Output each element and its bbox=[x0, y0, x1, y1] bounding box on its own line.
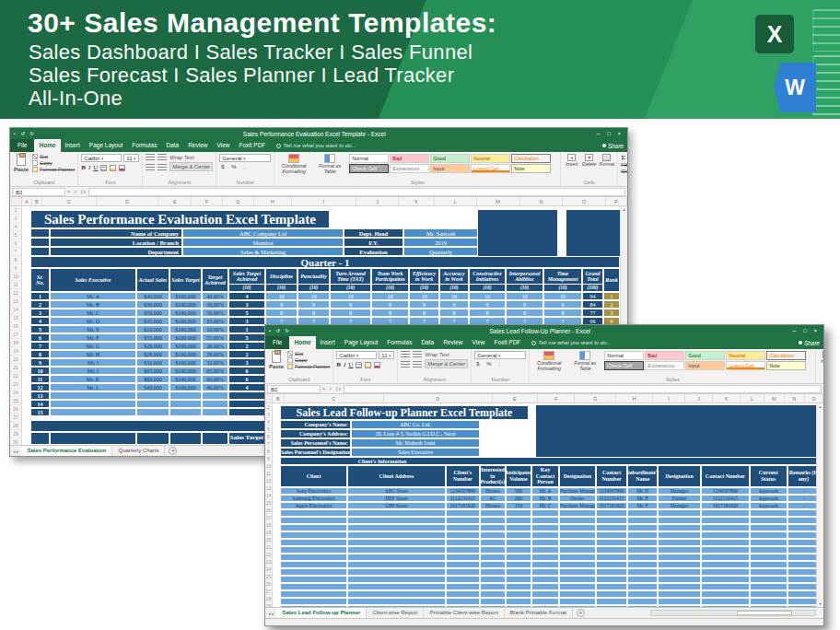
cell[interactable]: 4 bbox=[228, 383, 265, 391]
cell[interactable]: 8 bbox=[439, 309, 469, 317]
cell[interactable] bbox=[596, 568, 628, 576]
cell[interactable] bbox=[347, 561, 446, 568]
cell[interactable] bbox=[446, 561, 480, 568]
header-cell[interactable]: Turn Around Time (TAT)(10) bbox=[330, 268, 371, 292]
cell[interactable] bbox=[788, 561, 820, 568]
cell[interactable] bbox=[228, 391, 265, 400]
cell[interactable] bbox=[280, 576, 347, 583]
cell-style-chip[interactable]: Calculation bbox=[511, 154, 551, 163]
cell[interactable] bbox=[701, 576, 750, 583]
cell[interactable]: 4 bbox=[228, 292, 265, 300]
share-button[interactable]: Share bbox=[799, 340, 820, 346]
cell[interactable] bbox=[506, 561, 531, 568]
tab-review[interactable]: Review bbox=[438, 336, 467, 349]
cell[interactable] bbox=[627, 539, 658, 546]
row-number[interactable] bbox=[265, 403, 272, 411]
header-cell[interactable]: Sales Target bbox=[169, 268, 202, 292]
cell[interactable]: Mr. E bbox=[627, 495, 658, 502]
wrap-text-button[interactable]: Wrap Text bbox=[169, 155, 193, 160]
row-number[interactable] bbox=[265, 573, 272, 580]
cell[interactable]: $50,000 bbox=[136, 309, 169, 317]
cell[interactable] bbox=[750, 561, 788, 568]
info-label[interactable]: Dept. Head bbox=[344, 228, 403, 238]
cell[interactable]: $26,000 bbox=[136, 342, 169, 350]
cell[interactable] bbox=[280, 509, 347, 517]
sheet-tab[interactable]: Sales Performance Evaluation bbox=[21, 446, 112, 456]
column-letter[interactable]: H bbox=[254, 197, 292, 205]
cell[interactable] bbox=[627, 590, 658, 598]
cell[interactable] bbox=[559, 561, 596, 568]
row-number[interactable] bbox=[10, 430, 21, 438]
align-left-icon[interactable] bbox=[401, 361, 410, 368]
cell[interactable] bbox=[750, 517, 788, 524]
cell[interactable] bbox=[788, 509, 820, 517]
row-number[interactable] bbox=[265, 529, 272, 536]
column-letter[interactable]: F bbox=[192, 197, 223, 205]
cell[interactable]: 10 bbox=[543, 292, 582, 300]
number-format-icons[interactable]: $ % , bbox=[474, 361, 526, 367]
cell[interactable]: 94 bbox=[582, 292, 603, 300]
cell[interactable]: Owner bbox=[559, 495, 596, 502]
cell[interactable] bbox=[446, 539, 480, 546]
info-label[interactable]: Name of Company bbox=[50, 228, 182, 238]
cell[interactable] bbox=[658, 576, 701, 583]
cell[interactable] bbox=[506, 531, 531, 539]
cell[interactable] bbox=[446, 568, 480, 576]
cell[interactable]: 12 bbox=[30, 383, 50, 391]
cell[interactable]: $65,000 bbox=[136, 367, 169, 375]
cell[interactable]: $100,000 bbox=[169, 292, 202, 300]
cell[interactable] bbox=[701, 583, 750, 590]
cell[interactable] bbox=[531, 531, 559, 539]
row-number[interactable] bbox=[10, 215, 21, 223]
sheet-tab[interactable]: Printable Client-wise Report bbox=[424, 608, 504, 618]
cell[interactable]: 8 bbox=[543, 309, 582, 317]
cell[interactable] bbox=[480, 531, 506, 539]
cell[interactable]: 26.00% bbox=[202, 342, 228, 350]
cell[interactable] bbox=[559, 598, 596, 605]
cell[interactable] bbox=[627, 546, 658, 554]
cell[interactable] bbox=[658, 583, 701, 590]
cell[interactable] bbox=[596, 590, 628, 598]
cell[interactable] bbox=[750, 509, 788, 517]
cell[interactable]: Mr. I bbox=[50, 358, 136, 367]
cell[interactable] bbox=[596, 546, 628, 554]
cell[interactable] bbox=[347, 605, 446, 607]
cell[interactable] bbox=[701, 546, 750, 554]
cell[interactable]: 8 bbox=[30, 350, 50, 358]
cell-style-chip[interactable]: Note bbox=[511, 164, 551, 173]
cell[interactable]: $100,000 bbox=[169, 300, 202, 309]
header-cell[interactable]: Discipline(10) bbox=[265, 268, 298, 292]
row-number[interactable] bbox=[265, 455, 272, 462]
header-cell[interactable]: Current Status bbox=[750, 465, 788, 487]
fill-button[interactable]: Fill bbox=[621, 162, 627, 168]
row-number[interactable] bbox=[10, 256, 21, 264]
cell[interactable] bbox=[446, 583, 480, 590]
cell[interactable]: 3 bbox=[30, 309, 50, 317]
cell[interactable] bbox=[480, 590, 506, 598]
cell[interactable] bbox=[788, 583, 820, 590]
column-letter[interactable]: N bbox=[520, 197, 564, 205]
column-letter[interactable]: G bbox=[223, 197, 254, 205]
cell-style-chip[interactable]: Check Cell bbox=[604, 361, 644, 370]
format-as-table-button[interactable]: Format as Table bbox=[313, 154, 346, 175]
column-letter[interactable]: O bbox=[805, 394, 823, 402]
cell[interactable]: $100,000 bbox=[169, 342, 202, 350]
cell[interactable]: 55.00% bbox=[202, 333, 228, 342]
sheet-tab[interactable]: Client-wise Report bbox=[367, 608, 424, 618]
cell[interactable] bbox=[596, 539, 628, 546]
cell[interactable]: 1234567890 bbox=[701, 487, 750, 495]
cell[interactable] bbox=[506, 590, 531, 598]
cell[interactable]: $100,000 bbox=[169, 333, 202, 342]
header-cell[interactable]: Accuracy in Work(10) bbox=[439, 268, 469, 292]
cell[interactable]: 10 bbox=[30, 367, 50, 375]
row-number[interactable] bbox=[265, 595, 272, 602]
cell[interactable] bbox=[506, 576, 531, 583]
cell[interactable]: 10 bbox=[409, 292, 439, 300]
cell[interactable] bbox=[627, 561, 658, 568]
borders-button[interactable] bbox=[356, 362, 362, 368]
cell[interactable] bbox=[347, 598, 446, 605]
cell[interactable] bbox=[446, 605, 480, 607]
cell[interactable] bbox=[347, 554, 446, 561]
cell[interactable]: Mr. B bbox=[50, 300, 136, 309]
cell[interactable] bbox=[531, 568, 559, 576]
